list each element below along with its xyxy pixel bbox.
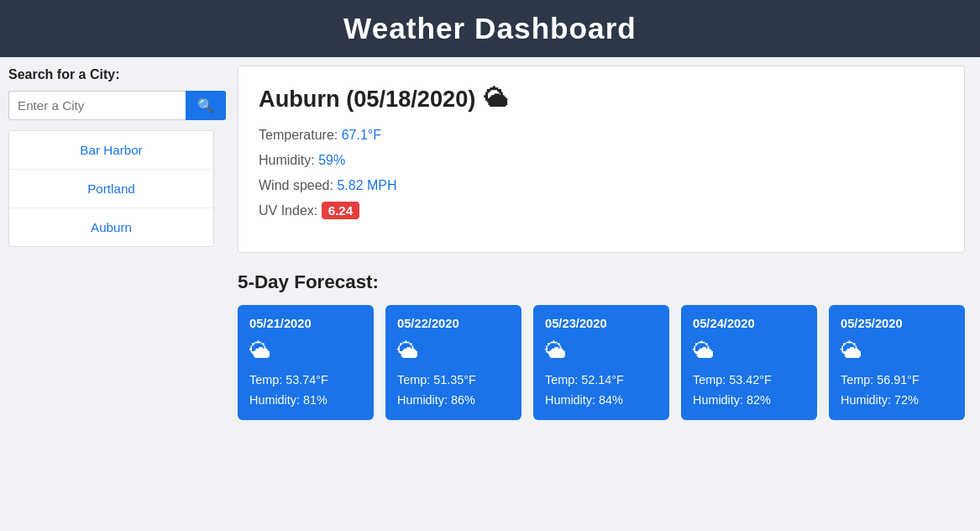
city-list: Bar HarborPortlandAuburn [8,130,214,247]
temperature-stat: Temperature: 67.1°F [259,128,944,143]
forecast-card: 05/25/2020 🌥 Temp: 56.91°F Humidity: 72% [829,305,965,420]
temperature-label: Temperature: [259,128,342,142]
forecast-weather-icon: 🌥 [693,339,805,363]
page-title: Weather Dashboard [0,12,980,45]
city-list-item[interactable]: Portland [9,170,213,208]
forecast-card: 05/21/2020 🌥 Temp: 53.74°F Humidity: 81% [238,305,374,420]
uv-label: UV Index: [259,203,322,218]
wind-stat: Wind speed: 5.82 MPH [259,178,944,193]
forecast-temp: Temp: 53.74°F [249,373,362,386]
uv-badge: 6.24 [322,202,360,219]
forecast-temp: Temp: 52.14°F [545,373,658,386]
forecast-title: 5-Day Forecast: [238,271,965,293]
forecast-date: 05/25/2020 [841,317,953,330]
search-button[interactable]: 🔍 [186,91,226,120]
forecast-card: 05/24/2020 🌥 Temp: 53.42°F Humidity: 82% [681,305,817,420]
sidebar-search-label: Search for a City: [8,67,214,82]
layout: Search for a City: 🔍 Bar HarborPortlandA… [0,57,980,531]
humidity-value: 59% [318,153,345,167]
forecast-date: 05/24/2020 [693,317,805,330]
forecast-row: 05/21/2020 🌥 Temp: 53.74°F Humidity: 81%… [238,305,965,420]
temperature-value: 67.1°F [342,128,381,142]
uv-stat: UV Index: 6.24 [259,203,944,218]
forecast-weather-icon: 🌥 [249,339,362,363]
forecast-humidity: Humidity: 86% [397,393,510,407]
forecast-card: 05/23/2020 🌥 Temp: 52.14°F Humidity: 84% [533,305,669,420]
forecast-humidity: Humidity: 84% [545,393,658,407]
forecast-date: 05/21/2020 [249,317,362,330]
header: Weather Dashboard [0,0,980,57]
city-list-item[interactable]: Auburn [9,208,213,246]
forecast-weather-icon: 🌥 [397,339,510,363]
search-icon: 🔍 [197,98,214,113]
humidity-label: Humidity: [259,153,318,167]
current-city-text: Auburn (05/18/2020) [259,86,475,113]
current-weather-card: Auburn (05/18/2020) 🌥 Temperature: 67.1°… [238,66,965,253]
sidebar: Search for a City: 🔍 Bar HarborPortlandA… [0,57,223,531]
search-row: 🔍 [8,91,214,120]
current-city-title: Auburn (05/18/2020) 🌥 [259,85,944,113]
wind-value: 5.82 MPH [337,178,396,192]
current-weather-icon: 🌥 [484,85,508,113]
forecast-humidity: Humidity: 81% [249,393,362,407]
forecast-weather-icon: 🌥 [841,339,953,363]
forecast-date: 05/23/2020 [545,317,658,330]
forecast-section: 5-Day Forecast: 05/21/2020 🌥 Temp: 53.74… [238,271,965,420]
forecast-card: 05/22/2020 🌥 Temp: 51.35°F Humidity: 86% [385,305,521,420]
search-input[interactable] [8,91,186,120]
city-list-item[interactable]: Bar Harbor [9,131,213,170]
forecast-humidity: Humidity: 82% [693,393,805,407]
forecast-date: 05/22/2020 [397,317,510,330]
forecast-humidity: Humidity: 72% [841,393,953,407]
wind-label: Wind speed: [259,178,337,192]
forecast-temp: Temp: 56.91°F [841,373,953,386]
forecast-temp: Temp: 51.35°F [397,373,510,386]
forecast-temp: Temp: 53.42°F [693,373,805,386]
forecast-weather-icon: 🌥 [545,339,658,363]
humidity-stat: Humidity: 59% [259,153,944,168]
main-content: Auburn (05/18/2020) 🌥 Temperature: 67.1°… [223,57,980,531]
